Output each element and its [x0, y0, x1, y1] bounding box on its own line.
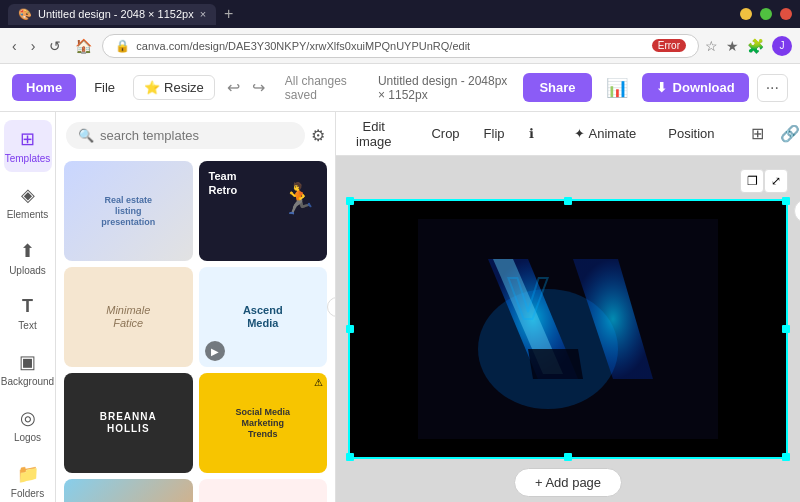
handle-bottom-left[interactable]: [346, 453, 354, 461]
svg-text:V: V: [508, 265, 548, 332]
more-button[interactable]: ···: [757, 74, 788, 102]
window-controls: [740, 8, 792, 20]
url-bar[interactable]: 🔒 canva.com/design/DAE3Y30NKPY/xrwXlfs0x…: [102, 34, 699, 58]
design-title: Untitled design - 2048px × 1152px: [378, 74, 507, 102]
template-card-ascend[interactable]: AscendMedia ▶: [199, 267, 328, 367]
tab-title: Untitled design - 2048 × 1152px: [38, 8, 194, 20]
saved-indicator: All changes saved: [285, 74, 354, 102]
star-icon[interactable]: ★: [726, 38, 739, 54]
resize-button[interactable]: ⭐ Resize: [133, 75, 215, 100]
sidebar-item-folders[interactable]: 📁 Folders: [4, 455, 52, 502]
close-button[interactable]: [780, 8, 792, 20]
handle-top-left[interactable]: [346, 197, 354, 205]
sidebar-item-label-text: Text: [18, 320, 36, 331]
main-layout: ⊞ Templates ◈ Elements ⬆ Uploads T Text …: [0, 112, 800, 502]
handle-top-mid[interactable]: [564, 197, 572, 205]
template-card-realestate[interactable]: Real estate listingpresentation: [64, 161, 193, 261]
template-card-minimale[interactable]: Minimale Fatice: [64, 267, 193, 367]
expand-canvas-button[interactable]: ⤢: [764, 169, 788, 193]
template-card-retro[interactable]: TeamRetro 🏃: [199, 161, 328, 261]
analytics-button[interactable]: 📊: [600, 71, 634, 105]
user-avatar[interactable]: J: [772, 36, 792, 56]
copy-canvas-button[interactable]: ❐: [740, 169, 764, 193]
sidebar-item-elements[interactable]: ◈ Elements: [4, 176, 52, 228]
extension-icon[interactable]: 🧩: [747, 38, 764, 54]
undo-button[interactable]: ↩: [223, 74, 244, 101]
back-button[interactable]: ‹: [8, 36, 21, 56]
sidebar: ⊞ Templates ◈ Elements ⬆ Uploads T Text …: [0, 112, 56, 502]
resize-label: Resize: [164, 80, 204, 95]
sidebar-item-label-templates: Templates: [5, 153, 51, 164]
forward-button[interactable]: ›: [27, 36, 40, 56]
template-card-hearts[interactable]: HAPPYHEART'SDAY: [199, 479, 328, 502]
search-box[interactable]: 🔍: [66, 122, 305, 149]
home-nav-button[interactable]: 🏠: [71, 36, 96, 56]
sidebar-item-templates[interactable]: ⊞ Templates: [4, 120, 52, 172]
templates-panel: 🔍 ⚙ Real estate listingpresentation Team…: [56, 112, 336, 502]
animate-label: Animate: [589, 126, 637, 141]
templates-grid: Real estate listingpresentation TeamRetr…: [56, 155, 335, 502]
lock-icon: 🔒: [115, 39, 130, 53]
canvas-frame-container: ❐ ⤢: [348, 199, 788, 459]
star-resize-icon: ⭐: [144, 80, 160, 95]
new-tab-button[interactable]: +: [220, 5, 237, 23]
error-badge: Error: [652, 39, 686, 52]
title-bar: 🎨 Untitled design - 2048 × 1152px × +: [0, 0, 800, 28]
handle-bottom-right[interactable]: [782, 453, 790, 461]
canvas-frame[interactable]: V: [348, 199, 788, 459]
file-button[interactable]: File: [84, 74, 125, 101]
redo-button[interactable]: ↪: [248, 74, 269, 101]
download-icon: ⬇: [656, 80, 667, 95]
background-icon: ▣: [19, 351, 36, 373]
sidebar-item-logos[interactable]: ◎ Logos: [4, 399, 52, 451]
template-card-socialmedia[interactable]: Social MediaMarketingTrends ⚠: [199, 373, 328, 473]
folders-icon: 📁: [17, 463, 39, 485]
maximize-button[interactable]: [760, 8, 772, 20]
animate-button[interactable]: ✦ Animate: [566, 122, 645, 145]
grid-icon-button[interactable]: ⊞: [747, 120, 768, 147]
templates-icon: ⊞: [20, 128, 35, 150]
animate-icon: ✦: [574, 126, 585, 141]
handle-top-right[interactable]: [782, 197, 790, 205]
add-page-button[interactable]: + Add page: [514, 468, 622, 497]
info-button[interactable]: ℹ: [521, 122, 542, 145]
download-button[interactable]: ⬇ Download: [642, 73, 749, 102]
sidebar-item-text[interactable]: T Text: [4, 288, 52, 339]
active-tab[interactable]: 🎨 Untitled design - 2048 × 1152px ×: [8, 4, 216, 25]
home-button[interactable]: Home: [12, 74, 76, 101]
search-input[interactable]: [100, 128, 293, 143]
flip-button[interactable]: Flip: [476, 122, 513, 145]
sidebar-item-label-background: Background: [1, 376, 54, 387]
tab-close-button[interactable]: ×: [200, 8, 206, 20]
edit-image-button[interactable]: Edit image: [348, 115, 399, 153]
filter-button[interactable]: ⚙: [311, 126, 325, 145]
crop-button[interactable]: Crop: [423, 122, 467, 145]
refresh-button[interactable]: ↻: [794, 199, 800, 223]
canva-toolbar: Home File ⭐ Resize ↩ ↪ All changes saved…: [0, 64, 800, 112]
elements-icon: ◈: [21, 184, 35, 206]
download-label: Download: [673, 80, 735, 95]
canvas-image-svg: V: [418, 219, 718, 439]
reload-button[interactable]: ↺: [45, 36, 65, 56]
sidebar-item-label-uploads: Uploads: [9, 265, 46, 276]
handle-left-mid[interactable]: [346, 325, 354, 333]
svg-marker-5: [528, 349, 583, 379]
handle-bottom-mid[interactable]: [564, 453, 572, 461]
play-icon: ▶: [205, 341, 225, 361]
template-card-breanna[interactable]: BREANNAHOLLIS: [64, 373, 193, 473]
canvas-image-area: V: [350, 201, 786, 457]
sidebar-item-label-folders: Folders: [11, 488, 44, 499]
sidebar-item-uploads[interactable]: ⬆ Uploads: [4, 232, 52, 284]
handle-right-mid[interactable]: [782, 325, 790, 333]
share-button[interactable]: Share: [523, 73, 591, 102]
position-button[interactable]: Position: [660, 122, 722, 145]
sidebar-item-background[interactable]: ▣ Background: [4, 343, 52, 395]
minimize-button[interactable]: [740, 8, 752, 20]
bookmark-icon[interactable]: ☆: [705, 38, 718, 54]
canvas-area: Edit image Crop Flip ℹ ✦ Animate Positio…: [336, 112, 800, 502]
address-bar-icons: ☆ ★ 🧩 J: [705, 36, 792, 56]
sidebar-item-label-elements: Elements: [7, 209, 49, 220]
template-card-tara[interactable]: TARA NA SAMAYNILA!: [64, 479, 193, 502]
link-icon-button[interactable]: 🔗: [776, 120, 800, 147]
canvas-viewport[interactable]: ❐ ⤢: [336, 156, 800, 502]
